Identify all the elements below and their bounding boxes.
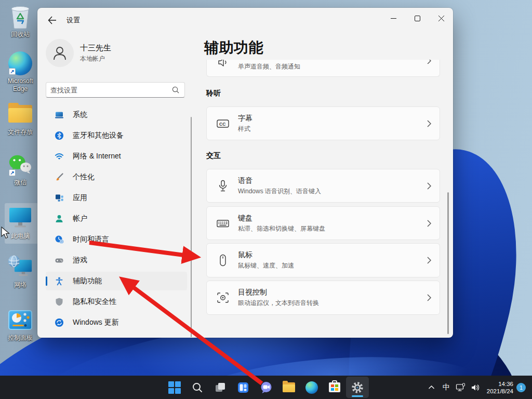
card-speech[interactable]: 语音 Windows 语音识别、语音键入 [206,169,440,203]
tray-clock[interactable]: 14:36 2021/8/24 [487,380,513,395]
desktop-icon-file-folder[interactable]: 文件存放 [1,102,40,136]
microphone-icon [216,179,230,193]
account-person-icon [54,214,64,224]
taskbar-search-button[interactable] [186,377,209,398]
captions-icon: CC [216,117,230,130]
chevron-up-icon [428,385,435,390]
chevron-right-icon [427,182,431,190]
accessibility-icon [54,276,64,286]
settings-button[interactable] [346,377,369,398]
volume-tray-icon[interactable] [468,378,483,397]
sidebar-item-system[interactable]: 系统 [46,105,187,124]
sidebar-item-network-internet[interactable]: 网络 & Internet [46,147,187,166]
gear-icon [351,381,364,394]
maximize-button[interactable] [405,8,429,29]
notification-badge[interactable]: 1 [516,383,526,392]
card-captions[interactable]: CC 字幕 样式 [206,107,440,140]
card-subtitle: 单声道音频、音频通知 [238,62,427,71]
edge-icon [305,381,318,394]
keyboard-icon [216,217,230,230]
sidebar-item-bluetooth-devices[interactable]: 蓝牙和其他设备 [46,126,187,145]
card-eye-control[interactable]: 目视控制 眼动追踪仪，文本到语音转换 [206,281,440,315]
chat-button[interactable] [255,377,277,398]
network-tray-icon[interactable] [454,378,468,397]
folder-icon [8,102,33,127]
back-button[interactable] [42,11,62,29]
search-input[interactable] [46,86,172,94]
settings-window: 设置 十三先生 本地帐户 [37,8,453,338]
chevron-right-icon [427,220,431,227]
chevron-right-icon [427,120,431,127]
sidebar-item-label: 蓝牙和其他设备 [73,131,124,140]
tray-chevron-up[interactable] [424,378,439,397]
sidebar-item-label: 隐私和安全性 [73,297,116,307]
desktop-icon-this-pc[interactable]: 此电脑 [1,206,40,240]
desktop-icon-network[interactable]: 网络 [1,255,40,289]
card-mouse[interactable]: 鼠标 鼠标键、速度、加速 [206,243,440,277]
account-type: 本地帐户 [80,55,111,63]
close-button[interactable] [429,8,453,29]
sidebar-item-label: 应用 [73,193,87,203]
card-subtitle: 眼动追踪仪，文本到语音转换 [238,299,427,308]
task-view-icon [214,381,227,394]
control-panel-icon [8,308,33,332]
sidebar-item-accounts[interactable]: 帐户 [46,209,187,228]
avatar [46,39,74,67]
desktop-icon-label: 微信 [14,179,26,187]
sidebar-item-windows-update[interactable]: Windows 更新 [46,313,187,332]
card-title: 鼠标 [238,250,427,260]
card-keyboard[interactable]: 键盘 粘滞、筛选和切换键、屏幕键盘 [206,206,440,240]
start-button[interactable] [163,377,186,398]
store-button[interactable] [323,377,346,398]
task-view-button[interactable] [209,377,232,398]
desktop-icon-label: 网络 [14,281,26,289]
chat-icon [260,381,273,394]
sidebar-item-apps[interactable]: 应用 [46,189,187,207]
user-profile[interactable]: 十三先生 本地帐户 [46,39,111,67]
sidebar-item-personalization[interactable]: 个性化 [46,168,187,187]
content-scrollbar[interactable] [447,192,449,334]
sidebar-item-time-language[interactable]: 时间和语言 [46,230,187,249]
desktop-icon-control-panel[interactable]: 控制面板 [1,308,40,342]
edge-icon: ↗ [8,51,33,76]
search-icon [172,86,179,94]
card-title: 语音 [238,176,427,185]
eye-control-icon [216,291,230,304]
sidebar-item-privacy-security[interactable]: 隐私和安全性 [46,292,187,311]
store-icon [329,382,340,392]
clock-globe-icon [54,234,64,245]
gamepad-icon [54,255,64,265]
ime-indicator[interactable]: 中 [439,378,454,397]
widgets-button[interactable] [232,377,255,398]
file-explorer-button[interactable] [277,377,300,398]
shield-icon [54,297,64,307]
sidebar-item-accessibility[interactable]: 辅助功能 [46,272,187,290]
sidebar-item-label: 系统 [73,110,87,119]
bluetooth-icon [54,130,64,141]
sidebar-item-label: Windows 更新 [73,318,119,327]
desktop-icon-edge[interactable]: ↗ Microsoft Edge [1,51,40,93]
edge-button[interactable] [300,377,323,398]
desktop-icon-recycle-bin[interactable]: 回收站 [1,4,40,38]
settings-nav: 系统 蓝牙和其他设备 网络 & Internet 个性化 应用 [46,105,187,334]
recycle-bin-icon [8,4,33,29]
sidebar-scrollbar[interactable] [191,117,192,337]
desktop-icon-label: 回收站 [11,31,30,38]
search-icon [192,382,203,393]
audio-icon [216,60,230,69]
shortcut-arrow-icon: ↗ [9,68,16,75]
sidebar-item-gaming[interactable]: 游戏 [46,251,187,270]
file-explorer-icon [283,382,295,392]
card-title: 字幕 [238,114,427,123]
wechat-icon: ↗ [8,152,33,177]
card-subtitle: Windows 语音识别、语音键入 [238,187,427,196]
card-subtitle: 样式 [238,125,427,134]
card-title: 键盘 [238,214,427,223]
system-icon [54,110,64,120]
minimize-button[interactable] [381,8,405,29]
desktop-icon-label: 文件存放 [8,128,33,136]
wifi-icon [54,151,64,162]
desktop-icon-wechat[interactable]: ↗ 微信 [1,152,40,187]
card-audio-partial[interactable]: 单声道音频、音频通知 [206,60,440,77]
section-header-hearing: 聆听 [206,89,221,98]
